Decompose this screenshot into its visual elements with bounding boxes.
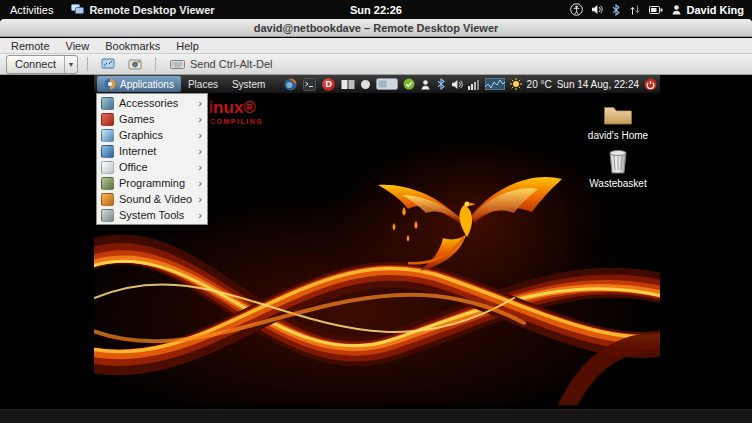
wallpaper-brand-subtext: COMPILING <box>210 118 263 125</box>
submenu-arrow-icon: › <box>198 209 203 221</box>
user-icon <box>671 4 682 15</box>
desktop-icon-wastebasket[interactable]: Wastebasket <box>585 145 651 189</box>
keyboard-icon <box>170 59 185 70</box>
battery-icon[interactable] <box>649 5 663 15</box>
shell-app-name: Remote Desktop Viewer <box>89 4 214 16</box>
submenu-arrow-icon: › <box>198 193 203 205</box>
menu-view[interactable]: View <box>58 39 98 53</box>
internet-icon <box>101 145 114 158</box>
applications-menu: Accessories›Games›Graphics›Internet›Offi… <box>96 93 208 225</box>
connect-button[interactable]: Connect ▾ <box>6 55 78 74</box>
menu-item-label: System Tools <box>119 209 193 221</box>
shell-clock[interactable]: Sun 22:26 <box>350 4 402 16</box>
cpu-monitor-icon[interactable] <box>485 78 505 90</box>
menu-bar: RemoteViewBookmarksHelp <box>0 38 752 54</box>
menu-item-accessories[interactable]: Accessories› <box>97 95 207 111</box>
bluetooth-icon[interactable] <box>611 4 621 16</box>
panel-tray: 20 °CSun 14 Aug, 22:24 <box>341 78 657 91</box>
submenu-arrow-icon: › <box>198 145 203 157</box>
a11y-icon[interactable] <box>570 3 583 16</box>
network-icon[interactable] <box>629 4 641 16</box>
menu-item-programming[interactable]: Programming› <box>97 175 207 191</box>
window-selector[interactable] <box>376 78 398 90</box>
menu-item-sound-video[interactable]: Sound & Video› <box>97 191 207 207</box>
menu-item-label: Internet <box>119 145 193 157</box>
remote-top-panel: ApplicationsPlacesSystem D 20 °CSun 14 A… <box>94 75 660 93</box>
window-titlebar[interactable]: david@netbookdave – Remote Desktop Viewe… <box>0 19 752 37</box>
menu-bookmarks[interactable]: Bookmarks <box>97 39 168 53</box>
submenu-arrow-icon: › <box>198 97 203 109</box>
office-icon <box>101 161 114 174</box>
power-button[interactable] <box>644 78 657 91</box>
wastebasket-icon <box>585 145 651 175</box>
programming-icon <box>101 177 114 190</box>
remote-desktop-screen[interactable]: Linux® COMPILING ApplicationsPlacesSyste… <box>94 75 660 405</box>
desktop-icon-david-s-home[interactable]: david's Home <box>585 97 651 141</box>
browser-launcher-icon[interactable] <box>284 78 297 91</box>
weather-icon[interactable] <box>510 78 522 90</box>
panel-menu-places[interactable]: Places <box>181 76 225 92</box>
submenu-arrow-icon: › <box>198 177 203 189</box>
menu-item-graphics[interactable]: Graphics› <box>97 127 207 143</box>
screenshot-button[interactable] <box>124 55 146 73</box>
remote-bottom-panel <box>0 409 752 423</box>
submenu-arrow-icon: › <box>198 113 203 125</box>
menu-item-label: Games <box>119 113 193 125</box>
games-icon <box>101 113 114 126</box>
desktop-icon-label: Wastebasket <box>585 178 651 189</box>
volume-icon[interactable] <box>591 4 603 15</box>
menu-item-label: Office <box>119 161 193 173</box>
panel-menu-applications[interactable]: Applications <box>97 76 181 92</box>
panel-menu-system[interactable]: System <box>225 76 272 92</box>
menu-item-label: Sound & Video <box>119 193 193 205</box>
window-list-icon[interactable] <box>341 79 355 90</box>
desktop-icon-label: david's Home <box>585 130 651 141</box>
weather-temperature[interactable]: 20 °C <box>527 79 552 90</box>
user-name: David King <box>687 4 744 16</box>
gnome-shell-top-bar: Activities Remote Desktop Viewer Sun 22:… <box>0 0 752 19</box>
graphics-icon <box>101 129 114 142</box>
menu-item-office[interactable]: Office› <box>97 159 207 175</box>
submenu-arrow-icon: › <box>198 129 203 141</box>
notification-icon[interactable] <box>360 79 371 90</box>
fullscreen-button[interactable] <box>97 55 119 73</box>
network-signal-icon[interactable] <box>468 79 480 90</box>
connect-label: Connect <box>7 58 64 70</box>
send-ctrl-alt-del-button[interactable]: Send Ctrl-Alt-Del <box>165 58 278 70</box>
toolbar-separator <box>155 57 156 71</box>
bluetooth-icon[interactable] <box>436 78 446 90</box>
menu-item-games[interactable]: Games› <box>97 111 207 127</box>
user-menu[interactable]: David King <box>671 4 744 16</box>
menu-remote[interactable]: Remote <box>3 39 58 53</box>
menu-item-label: Accessories <box>119 97 193 109</box>
menu-item-internet[interactable]: Internet› <box>97 143 207 159</box>
shell-status-area: David King <box>570 3 752 16</box>
home-folder-icon <box>585 97 651 127</box>
volume-icon[interactable] <box>451 79 463 90</box>
accessories-icon <box>101 97 114 110</box>
d-logo-launcher-icon[interactable]: D <box>322 78 335 91</box>
connect-dropdown-arrow[interactable]: ▾ <box>64 56 77 73</box>
toolbar-separator <box>87 57 88 71</box>
user-status-icon[interactable] <box>420 79 431 90</box>
applications-menu-icon <box>104 78 116 90</box>
menu-item-system-tools[interactable]: System Tools› <box>97 207 207 223</box>
submenu-arrow-icon: › <box>198 161 203 173</box>
remote-viewer-area: Linux® COMPILING ApplicationsPlacesSyste… <box>0 75 752 423</box>
panel-menu-label: Applications <box>120 79 174 90</box>
send-ctrl-alt-del-label: Send Ctrl-Alt-Del <box>190 58 273 70</box>
sound-video-icon <box>101 193 114 206</box>
menu-item-label: Programming <box>119 177 193 189</box>
remote-desktop-viewer-icon <box>71 4 84 15</box>
activities-button[interactable]: Activities <box>0 0 63 19</box>
updates-icon[interactable] <box>403 78 415 90</box>
system-tools-icon <box>101 209 114 222</box>
panel-menu-label: System <box>232 79 265 90</box>
panel-launchers: D <box>284 78 335 91</box>
menu-help[interactable]: Help <box>168 39 207 53</box>
panel-clock[interactable]: Sun 14 Aug, 22:24 <box>557 79 639 90</box>
terminal-launcher-icon[interactable] <box>303 78 316 91</box>
window-title: david@netbookdave – Remote Desktop Viewe… <box>254 22 499 34</box>
panel-menu-label: Places <box>188 79 218 90</box>
shell-app-menu[interactable]: Remote Desktop Viewer <box>71 4 214 16</box>
